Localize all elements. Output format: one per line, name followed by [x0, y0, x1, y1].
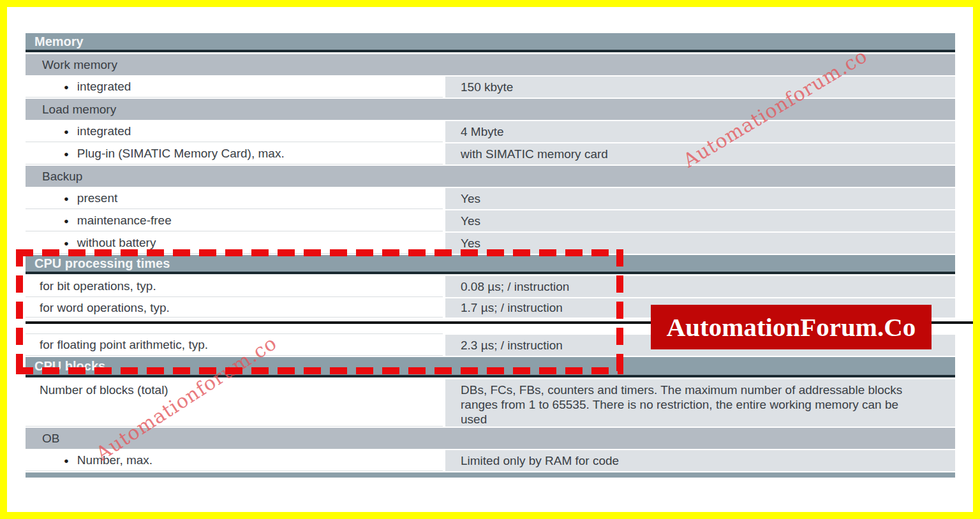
- row-label: ● integrated: [26, 121, 443, 142]
- table-row: ● present Yes: [26, 188, 955, 209]
- highlight-box-edge: [616, 249, 623, 374]
- table-bottom-bar: [26, 472, 955, 478]
- highlight-box-edge: [16, 249, 23, 374]
- subheader-ob: OB: [26, 428, 955, 449]
- section-header-memory: Memory: [26, 33, 955, 52]
- bullet-icon: ●: [64, 457, 69, 465]
- row-value: Yes: [445, 188, 955, 209]
- row-label: ● Number, max.: [26, 450, 443, 471]
- bullet-icon: ●: [64, 217, 69, 225]
- subheader-label: Work memory: [42, 58, 117, 72]
- row-value: Yes: [445, 210, 955, 231]
- row-value: 4 Mbyte: [445, 121, 955, 142]
- row-label: ● maintenance-free: [26, 210, 443, 231]
- row-value: DBs, FCs, FBs, counters and timers. The …: [445, 379, 955, 427]
- bullet-icon: ●: [64, 194, 69, 203]
- row-label: ● Plug-in (SIMATIC Memory Card), max.: [26, 143, 443, 164]
- table-row: ● Plug-in (SIMATIC Memory Card), max. wi…: [26, 143, 955, 164]
- table-row: ● integrated 4 Mbyte: [26, 121, 955, 142]
- highlight-box-edge: [16, 249, 623, 256]
- table-row: ● Number, max. Limited only by RAM for c…: [26, 450, 955, 471]
- bullet-icon: ●: [64, 83, 69, 91]
- subheader-load-memory: Load memory: [26, 99, 955, 120]
- brand-banner-text: AutomationForum.Co: [667, 312, 916, 342]
- highlight-box-edge: [16, 367, 623, 374]
- table-row: ● maintenance-free Yes: [26, 210, 955, 231]
- subheader-label: Load memory: [42, 103, 116, 117]
- section-title: Memory: [34, 34, 84, 49]
- row-label: ● present: [26, 188, 443, 209]
- bullet-icon: ●: [64, 150, 69, 158]
- bullet-icon: ●: [64, 239, 69, 247]
- bullet-icon: ●: [64, 128, 69, 136]
- highlight-box: [16, 249, 623, 374]
- row-value: 150 kbyte: [445, 77, 955, 98]
- row-value: Limited only by RAM for code: [445, 450, 955, 471]
- subheader-label: OB: [42, 432, 59, 446]
- row-label: ● integrated: [26, 77, 443, 98]
- brand-banner: AutomationForum.Co: [651, 305, 932, 349]
- row-label: Number of blocks (total): [26, 379, 443, 427]
- subheader-label: Backup: [42, 170, 82, 184]
- subheader-backup: Backup: [26, 166, 955, 187]
